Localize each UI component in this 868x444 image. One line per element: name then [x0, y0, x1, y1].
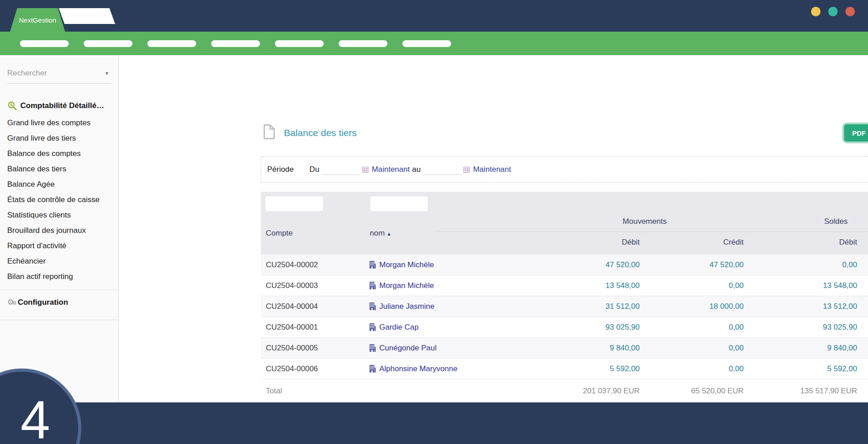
- brand-tab[interactable]: NextGestion: [10, 8, 65, 32]
- table-row[interactable]: CU2504-00005 Cunégonde Paul 9 840,00 0,0…: [261, 338, 868, 359]
- row-solde-debit: 13 548,00: [744, 281, 857, 290]
- column-header-solde-credit[interactable]: Crédit: [857, 238, 868, 248]
- page-title: Balance des tiers: [284, 128, 357, 138]
- column-header-solde-debit[interactable]: Débit: [744, 238, 857, 248]
- sidebar-menu-item[interactable]: Balance des tiers: [7, 161, 118, 177]
- row-compte: CU2504-00001: [261, 323, 369, 332]
- configuration-label: Configuration: [18, 298, 68, 307]
- top-navbar: NextGestion: [0, 0, 868, 32]
- row-nom-link[interactable]: Morgan Michèle: [369, 260, 546, 269]
- table-row[interactable]: CU2504-00001 Gardie Cap 93 025,90 0,00 9…: [261, 317, 868, 338]
- row-mvt-credit: 0,00: [640, 344, 744, 353]
- periode-label: Période: [267, 165, 294, 174]
- step-number: 4: [20, 393, 50, 444]
- nav-item-placeholder[interactable]: [402, 40, 451, 47]
- row-solde-debit: 13 512,00: [744, 302, 857, 311]
- row-compte: CU2504-00006: [261, 364, 369, 373]
- calendar-icon[interactable]: [362, 167, 368, 173]
- nav-item-placeholder[interactable]: [275, 40, 324, 47]
- sidebar-menu-item[interactable]: Balance des comptes: [7, 146, 118, 161]
- sidebar-menu-item[interactable]: Grand livre des comptes: [7, 115, 118, 131]
- sidebar-divider: [0, 290, 118, 290]
- group-header-mouvements: Mouvements: [546, 217, 744, 227]
- sidebar-section-label: Comptabilité Détaillé…: [20, 101, 104, 110]
- nom-filter-input[interactable]: [370, 196, 428, 211]
- table-row[interactable]: CU2504-00002 Morgan Michèle 47 520,00 47…: [261, 255, 868, 275]
- au-label: au: [412, 165, 420, 174]
- column-header-compte[interactable]: Compte: [261, 229, 369, 238]
- table-row[interactable]: CU2504-00003 Morgan Michèle 13 548,00 0,…: [261, 275, 868, 296]
- sidebar-search-select[interactable]: Rechercher ▼: [7, 67, 111, 84]
- active-tab-placeholder[interactable]: [59, 8, 115, 24]
- row-nom-link[interactable]: Cunégonde Paul: [369, 344, 546, 353]
- nav-item-placeholder[interactable]: [339, 40, 387, 47]
- nav-item-placeholder[interactable]: [147, 40, 196, 47]
- table-row[interactable]: CU2504-00004 Juliane Jasmine 31 512,00 1…: [261, 296, 868, 317]
- period-from-value[interactable]: Maintenant: [372, 165, 410, 174]
- total-solde-credit: 0,00 EUR: [857, 387, 868, 396]
- row-solde-credit: 0,00: [857, 302, 868, 311]
- row-mvt-debit: 31 512,00: [546, 302, 640, 311]
- sidebar-menu-item[interactable]: Balance Agée: [7, 177, 118, 192]
- sidebar-menu-item[interactable]: États de contrôle de caisse: [7, 192, 118, 208]
- period-to-value[interactable]: Maintenant: [473, 165, 511, 174]
- secondary-navbar: [0, 32, 868, 55]
- main-content: Balance des tiers PDF EXCEL 25 Période D…: [119, 55, 868, 402]
- balance-table: ✕ Mouvements Soldes Compte nom▲: [261, 192, 868, 403]
- row-mvt-debit: 9 840,00: [546, 344, 640, 353]
- row-compte: CU2504-00004: [261, 302, 369, 311]
- row-nom-label: Morgan Michèle: [379, 260, 434, 269]
- row-nom-label: Morgan Michèle: [379, 281, 434, 290]
- row-solde-debit: 9 840,00: [744, 344, 857, 353]
- table-row[interactable]: CU2504-00006 Alphonsine Maryvonne 5 592,…: [261, 359, 868, 379]
- search-dollar-icon: $: [7, 101, 17, 111]
- row-nom-link[interactable]: Alphonsine Maryvonne: [369, 364, 546, 373]
- group-header-row: Mouvements Soldes: [261, 217, 868, 227]
- row-solde-credit: 0,00: [857, 281, 868, 290]
- sidebar-menu: Grand livre des comptes Grand livre des …: [0, 113, 118, 284]
- building-icon: [369, 302, 376, 310]
- nav-item-placeholder[interactable]: [20, 40, 69, 47]
- sidebar-menu-item[interactable]: Rapport d'activité: [7, 238, 118, 254]
- row-nom-link[interactable]: Juliane Jasmine: [369, 302, 546, 311]
- sort-asc-icon: ▲: [387, 231, 392, 236]
- sidebar-menu-item[interactable]: Bilan actif reporting: [7, 269, 118, 284]
- building-icon: [369, 365, 376, 373]
- sidebar-section-comptabilite[interactable]: $ Comptabilité Détaillé…: [7, 101, 118, 111]
- svg-text:$: $: [10, 102, 13, 107]
- pdf-button[interactable]: PDF: [844, 124, 868, 142]
- row-nom-label: Juliane Jasmine: [379, 302, 434, 311]
- sidebar-menu-item[interactable]: Grand livre des tiers: [7, 131, 118, 146]
- column-header-mvt-debit[interactable]: Débit: [546, 238, 640, 248]
- row-solde-debit: 0,00: [744, 260, 857, 269]
- period-from-input[interactable]: [322, 164, 360, 175]
- sidebar-menu-item[interactable]: Echéancier: [7, 254, 118, 269]
- row-nom-label: Gardie Cap: [379, 323, 419, 332]
- nav-item-placeholder[interactable]: [84, 40, 132, 47]
- row-mvt-credit: 0,00: [640, 364, 744, 373]
- window-controls: [811, 7, 855, 16]
- sidebar-menu-item[interactable]: Statistiques clients: [7, 208, 118, 223]
- row-nom-label: Cunégonde Paul: [379, 344, 437, 353]
- table-header: ✕ Mouvements Soldes Compte nom▲: [261, 192, 868, 255]
- row-mvt-credit: 0,00: [640, 323, 744, 332]
- row-nom-link[interactable]: Morgan Michèle: [369, 281, 546, 290]
- sidebar-search-placeholder: Rechercher: [7, 69, 47, 78]
- period-to-input[interactable]: [423, 164, 461, 175]
- window-dot-yellow-icon[interactable]: [811, 7, 821, 16]
- sidebar-menu-item[interactable]: Brouillard des journaux: [7, 223, 118, 238]
- building-icon: [369, 282, 376, 289]
- row-mvt-debit: 93 025,90: [546, 323, 640, 332]
- row-nom-link[interactable]: Gardie Cap: [369, 323, 546, 332]
- row-solde-credit: 0,00: [857, 364, 868, 373]
- calendar-icon[interactable]: [463, 167, 470, 173]
- column-header-nom[interactable]: nom▲: [369, 229, 546, 238]
- window-dot-teal-icon[interactable]: [828, 7, 838, 16]
- compte-filter-input[interactable]: [265, 196, 323, 211]
- nav-item-placeholder[interactable]: [211, 40, 260, 47]
- brand-logo: NextGestion: [19, 16, 57, 24]
- column-header-mvt-credit[interactable]: Crédit: [640, 238, 744, 248]
- sidebar-item-configuration[interactable]: ⚙⚙ Configuration: [7, 298, 118, 314]
- row-mvt-debit: 5 592,00: [546, 364, 640, 373]
- window-dot-red-icon[interactable]: [845, 7, 855, 16]
